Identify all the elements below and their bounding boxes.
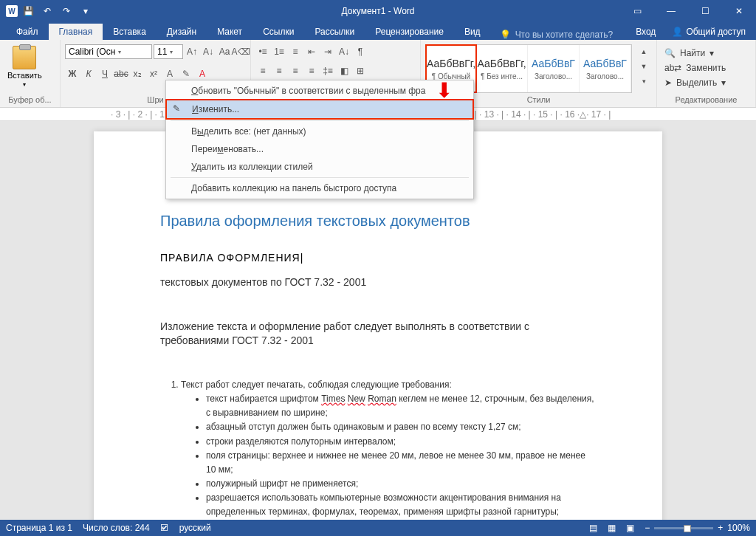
- view-print-button[interactable]: ▦: [608, 523, 616, 533]
- save-button[interactable]: 💾: [19, 2, 37, 20]
- styles-scroll-up[interactable]: ▲: [636, 44, 651, 59]
- view-web-button[interactable]: ▣: [626, 523, 634, 533]
- superscript-button[interactable]: x²: [146, 66, 161, 81]
- language-indicator[interactable]: русский: [179, 523, 211, 533]
- numbered-list: Текст работ следует печатать, соблюдая с…: [160, 378, 596, 520]
- list-item: полужирный шрифт не применяется;: [206, 477, 596, 491]
- style-item[interactable]: АаБбВвГЗаголово...: [528, 45, 580, 92]
- tab-file[interactable]: Файл: [6, 24, 49, 40]
- edit-icon: ✎: [173, 103, 185, 115]
- tab-view[interactable]: Вид: [454, 24, 491, 40]
- text-effects-button[interactable]: A: [162, 66, 177, 81]
- heading-2: ПРАВИЛА ОФОРМЛЕНИЯ: [160, 252, 596, 264]
- signin-link[interactable]: Вход: [636, 27, 656, 37]
- paragraph: Изложение текста и оформление работ след…: [160, 320, 596, 348]
- share-button[interactable]: 👤Общий доступ: [664, 24, 753, 40]
- context-menu-item[interactable]: ✎Изменить...: [165, 99, 474, 120]
- group-label: Редактирование: [662, 95, 751, 106]
- group-label: Буфер об...: [4, 95, 55, 106]
- clipboard-icon: [13, 46, 36, 69]
- italic-button[interactable]: К: [81, 66, 96, 81]
- shading-button[interactable]: ◧: [337, 63, 351, 78]
- font-name-combo[interactable]: Calibri (Осн: [65, 44, 152, 59]
- font-size-combo[interactable]: 11: [154, 44, 183, 59]
- style-item[interactable]: АаБбВвГЗаголово...: [580, 45, 631, 92]
- account-area: Вход 👤Общий доступ: [636, 24, 756, 40]
- select-button[interactable]: ➤Выделить ▾: [663, 77, 727, 89]
- shrink-font-button[interactable]: A↓: [201, 44, 216, 59]
- view-read-button[interactable]: ▤: [589, 523, 597, 533]
- bullet-list: текст набирается шрифтом Times New Roman…: [181, 392, 596, 520]
- zoom-slider[interactable]: [654, 527, 713, 529]
- heading-1: Правила оформления текстовых документов: [160, 213, 596, 230]
- zoom-out-button[interactable]: −: [645, 523, 650, 533]
- ribbon-options-button[interactable]: ▭: [620, 0, 654, 22]
- align-right-button[interactable]: ≡: [288, 63, 303, 78]
- group-clipboard: Вставить ▾ Буфер об...: [0, 40, 61, 107]
- undo-button[interactable]: ↶: [38, 2, 56, 20]
- list-item: текст набирается шрифтом Times New Roman…: [206, 392, 596, 420]
- tab-layout[interactable]: Макет: [207, 24, 252, 40]
- tab-review[interactable]: Рецензирование: [365, 24, 454, 40]
- highlight-button[interactable]: ✎: [179, 66, 193, 81]
- line-spacing-button[interactable]: ‡≡: [320, 63, 335, 78]
- annotation-arrow: ⬇: [436, 78, 453, 103]
- clear-format-button[interactable]: A⌫: [233, 44, 248, 59]
- find-button[interactable]: 🔍Найти ▾: [663, 47, 727, 59]
- group-editing: 🔍Найти ▾ ab⇄Заменить ➤Выделить ▾ Редакти…: [657, 40, 756, 107]
- style-context-menu: Обновить "Обычный" в соответствии с выде…: [165, 80, 474, 199]
- zoom-value[interactable]: 100%: [727, 523, 750, 533]
- context-menu-item[interactable]: Удалить из коллекции стилей: [166, 158, 473, 176]
- maximize-button[interactable]: ☐: [688, 0, 722, 22]
- word-icon: W: [6, 5, 18, 17]
- show-marks-button[interactable]: ¶: [353, 44, 368, 59]
- context-menu-item[interactable]: Обновить "Обычный" в соответствии с выде…: [166, 82, 473, 100]
- subscript-button[interactable]: x₂: [130, 66, 145, 81]
- tab-design[interactable]: Дизайн: [157, 24, 207, 40]
- replace-icon: ab⇄: [664, 63, 681, 73]
- change-case-button[interactable]: Aa: [217, 44, 232, 59]
- tab-insert[interactable]: Вставка: [103, 24, 157, 40]
- context-menu-item[interactable]: Переименовать...: [166, 140, 473, 158]
- decrease-indent-button[interactable]: ⇤: [304, 44, 319, 59]
- replace-button[interactable]: ab⇄Заменить: [663, 62, 727, 74]
- search-icon: 🔍: [664, 48, 676, 58]
- context-menu-item[interactable]: Добавить коллекцию на панель быстрого до…: [166, 179, 473, 197]
- font-color-button[interactable]: A: [195, 66, 210, 81]
- align-left-button[interactable]: ≡: [255, 63, 270, 78]
- bold-button[interactable]: Ж: [65, 66, 80, 81]
- close-button[interactable]: ✕: [722, 0, 756, 22]
- page-indicator[interactable]: Страница 1 из 1: [6, 523, 72, 533]
- styles-expand[interactable]: ▾: [636, 74, 651, 89]
- word-count[interactable]: Число слов: 244: [83, 523, 150, 533]
- tab-home[interactable]: Главная: [49, 24, 103, 40]
- bullets-button[interactable]: •≡: [255, 44, 270, 59]
- borders-button[interactable]: ⊞: [353, 63, 368, 78]
- list-item: поля страницы: верхнее и нижнее не менее…: [206, 449, 596, 477]
- tab-references[interactable]: Ссылки: [252, 24, 304, 40]
- proofing-icon[interactable]: 🗹: [160, 523, 169, 533]
- ribbon-tabs: Файл Главная Вставка Дизайн Макет Ссылки…: [0, 22, 756, 40]
- context-menu-item[interactable]: Выделить все: (нет данных): [166, 123, 473, 140]
- list-item: разрешается использовать компьютерные во…: [206, 491, 596, 519]
- underline-button[interactable]: Ч: [97, 66, 112, 81]
- sort-button[interactable]: A↓: [337, 44, 351, 59]
- align-center-button[interactable]: ≡: [272, 63, 286, 78]
- justify-button[interactable]: ≡: [304, 63, 319, 78]
- grow-font-button[interactable]: A↑: [185, 44, 199, 59]
- increase-indent-button[interactable]: ⇥: [320, 44, 335, 59]
- redo-button[interactable]: ↷: [58, 2, 75, 20]
- qat-more-button[interactable]: ▾: [77, 2, 94, 20]
- strike-button[interactable]: abc: [114, 66, 128, 81]
- tab-mailings[interactable]: Рассылки: [304, 24, 365, 40]
- styles-scroll-down[interactable]: ▼: [636, 59, 651, 74]
- numbering-button[interactable]: 1≡: [272, 44, 286, 59]
- zoom-in-button[interactable]: +: [718, 523, 723, 533]
- tell-me-search[interactable]: 💡Что вы хотите сделать?: [500, 30, 614, 40]
- minimize-button[interactable]: —: [654, 0, 688, 22]
- paste-button[interactable]: Вставить ▾: [4, 44, 45, 89]
- style-item[interactable]: АаБбВвГг,¶ Без инте...: [476, 45, 528, 92]
- zoom-control[interactable]: − + 100%: [645, 523, 750, 533]
- multilevel-button[interactable]: ≡: [288, 44, 303, 59]
- list-item: абзацный отступ должен быть одинаковым и…: [206, 420, 596, 434]
